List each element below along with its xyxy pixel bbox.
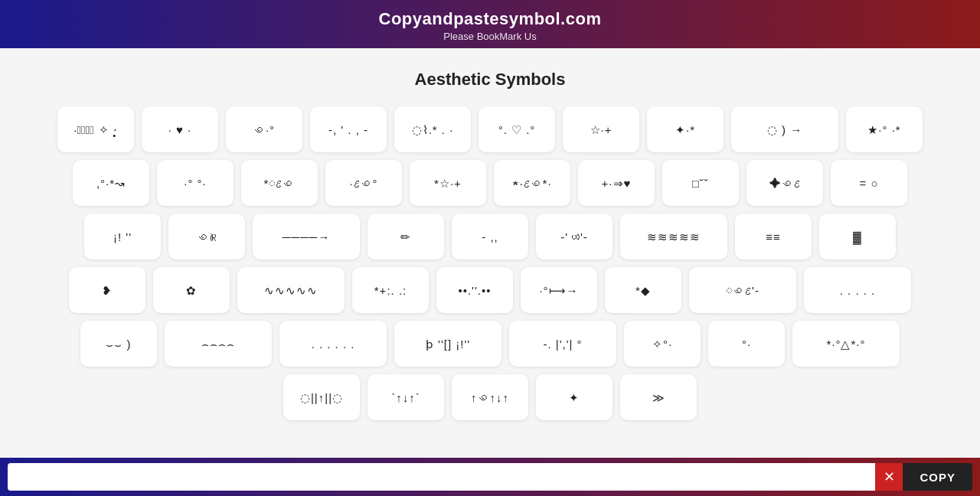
symbol-card[interactable]: -. |','| ° [509,321,616,367]
symbol-card[interactable]: ────→ [253,214,360,259]
page-title: Aesthetic Symbols [0,70,980,90]
symbol-card[interactable]: ◌||↑||◌ [283,374,360,420]
symbol-card[interactable]: ⌣⌣ ) [80,321,157,367]
symbol-card[interactable]: ¡! '' [84,214,161,259]
site-header: Copyandpastesymbol.com Please BookMark U… [0,0,980,48]
bottom-bar: ✕ COPY [0,458,980,496]
symbol-card[interactable]: -, ' . , - [310,106,387,152]
symbol-card[interactable]: · ♥ · [142,106,218,152]
symbol-card[interactable]: ★·° ·* [846,106,923,152]
symbol-card[interactable]: -'ꩤ'- [536,214,612,259]
symbol-card[interactable]: ••.''.•• [436,267,513,313]
symbol-card[interactable]: ✏ [368,214,444,259]
symbol-card[interactable]: ✦ [536,374,612,420]
symbol-card[interactable]: ·°⟼→ [521,267,597,313]
symbol-card[interactable]: *+:. .: [352,267,429,313]
symbol-card[interactable]: ✿ [153,267,230,313]
symbol-card[interactable]: ·̩̩̥͙ ✧ ·̩̩̥ [57,106,134,152]
symbol-card[interactable]: ꩜ℛ [168,214,245,259]
site-subtitle: Please BookMark Us [0,31,980,42]
symbol-card[interactable]: ❥ [69,267,145,313]
symbol-card[interactable]: `↑↓↑` [368,374,444,420]
symbol-card[interactable]: ꩜·° [226,106,302,152]
symbol-card[interactable]: ★·ℰ꩜*· [494,160,570,206]
symbol-card[interactable]: = ○ [831,160,907,206]
symbol-card[interactable]: ◌⌇.* . · [394,106,471,152]
symbol-card[interactable]: *☆·+ [410,160,486,206]
symbol-card[interactable]: +·⇒♥ [578,160,655,206]
copy-button[interactable]: COPY [903,463,972,491]
symbol-card[interactable]: °. ♡ .° [479,106,555,152]
symbol-card[interactable]: ∿∿∿∿∿ [237,267,345,313]
symbol-card[interactable]: ϸ ''[] ¡!'' [394,321,501,367]
symbol-card[interactable]: ✧°· [624,321,701,367]
symbol-card[interactable]: ↑꩜↑↓↑ [452,374,528,420]
symbol-card[interactable]: ◌꩜ℰ'- [689,267,796,313]
symbol-card[interactable]: ◌ ) → [731,106,838,152]
site-title: Copyandpastesymbol.com [0,9,980,29]
clear-button[interactable]: ✕ [875,463,903,491]
symbol-card[interactable]: ≡≡ [735,214,812,259]
symbol-card[interactable]: . . . . . [804,267,911,313]
symbol-card[interactable]: ⌢⌢⌢⌢ [165,321,272,367]
symbols-grid: ·̩̩̥͙ ✧ ·̩̩̥· ♥ ·꩜·°-, ' . , -◌⌇.* . ·°.… [0,106,980,420]
symbol-card[interactable]: ,°·*↝ [73,160,149,206]
symbol-card[interactable]: *◌ℰ꩜ [241,160,318,206]
symbol-card[interactable]: ≋≋≋≋≋ [620,214,727,259]
symbol-card[interactable]: ▓ [819,214,896,259]
symbol-card[interactable]: *·°△*·° [792,321,900,367]
symbol-card[interactable]: °· [708,321,785,367]
symbol-input[interactable] [8,463,875,491]
symbol-card[interactable]: ·ℰ꩜° [325,160,402,206]
symbol-card[interactable]: - ,, [452,214,528,259]
symbol-card[interactable]: ✦·* [647,106,724,152]
symbol-card[interactable]: . . . . . . [279,321,387,367]
symbol-card[interactable]: ☆·+ [563,106,639,152]
symbol-card[interactable]: ·° °· [157,160,234,206]
symbol-card[interactable]: ≫ [620,374,697,420]
symbol-card[interactable]: ✦꩜ℰ [746,160,823,206]
symbol-card[interactable]: *◆ [605,267,681,313]
symbol-card[interactable]: □˘˘ [662,160,739,206]
